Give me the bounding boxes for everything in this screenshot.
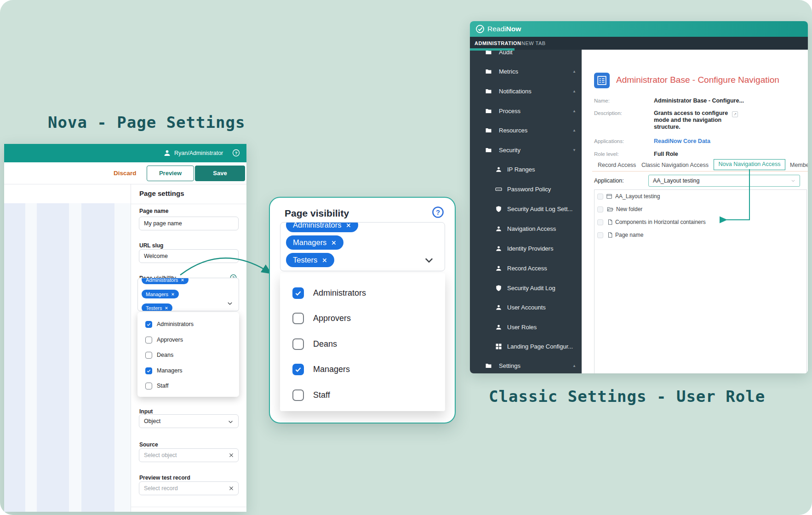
checkbox-checked-icon[interactable] [292, 287, 304, 299]
chip-managers[interactable]: Managers [142, 290, 179, 298]
expand-arrow-icon[interactable]: ▼ [572, 148, 576, 152]
clear-record-icon[interactable] [229, 486, 234, 491]
sidebar-item-resources[interactable]: Resources ▲ [470, 126, 582, 135]
chip-remove-icon[interactable] [331, 240, 337, 246]
chip-administrators[interactable]: Administrators [286, 222, 358, 232]
current-user-label: Ryan/Administrator [174, 144, 223, 162]
sidebar-item-notifications[interactable]: Notifications ▲ [470, 86, 582, 96]
option-staff[interactable]: Staff [137, 380, 239, 391]
source-input[interactable] [139, 448, 239, 462]
person-icon [495, 304, 502, 311]
nova-app-header: Ryan/Administrator ? [4, 144, 246, 162]
description-field-label: Description: [594, 110, 622, 116]
collapse-arrow-icon[interactable]: ▲ [572, 89, 576, 93]
checkbox-unchecked-icon[interactable] [292, 389, 304, 401]
option-approvers[interactable]: Approvers [137, 334, 239, 345]
sidebar-item-record-access[interactable]: Record Access [470, 263, 582, 273]
expand-description-icon[interactable]: ↗ [732, 111, 738, 117]
sidebar-item-security-audit-log-settings[interactable]: Security Audit Log Sett... [470, 204, 582, 213]
tab-classic-navigation-access[interactable]: Classic Navigation Access [641, 162, 709, 168]
chip-testers[interactable]: Testers [286, 253, 334, 267]
divider [131, 507, 246, 507]
checkbox-unchecked-icon[interactable] [145, 352, 152, 359]
checkbox-unchecked-icon[interactable] [145, 383, 152, 389]
app-window-icon [606, 193, 612, 200]
visibility-multiselect-large[interactable]: Administrators Managers Testers [280, 222, 445, 271]
folder-open-icon [607, 206, 613, 212]
tree-row-page-name[interactable]: Page name [595, 230, 806, 240]
chip-remove-icon[interactable] [322, 258, 327, 263]
sidebar-item-user-accounts[interactable]: User Accounts [470, 303, 582, 312]
input-select[interactable]: Object [139, 414, 239, 428]
option-administrators[interactable]: Administrators [137, 319, 239, 330]
folder-icon [485, 88, 492, 95]
sidebar-item-ip-ranges[interactable]: IP Ranges [470, 165, 582, 174]
chip-remove-icon[interactable] [346, 223, 351, 228]
checkbox-unchecked-icon[interactable] [292, 338, 304, 350]
sidebar-item-identity-providers[interactable]: Identity Providers [470, 244, 582, 253]
password-icon [495, 186, 502, 193]
tab-member[interactable]: Member [790, 162, 808, 168]
sidebar-item-password-policy[interactable]: Password Policy [470, 184, 582, 194]
option-deans[interactable]: Deans [137, 349, 239, 360]
shield-icon [495, 285, 502, 292]
page-name-input[interactable] [139, 217, 239, 230]
checkbox-checked-icon[interactable] [292, 364, 304, 375]
checkbox-unchecked-icon[interactable] [145, 337, 152, 343]
sidebar-item-landing-page-configuration[interactable]: Landing Page Configur... [470, 342, 582, 351]
tree-row-components[interactable]: Components in Horizontal containers [595, 217, 806, 227]
chevron-down-icon[interactable] [423, 255, 435, 266]
collapse-arrow-icon[interactable]: ▲ [572, 69, 576, 74]
applications-link[interactable]: ReadiNow Core Data [654, 138, 710, 144]
help-icon[interactable]: ? [232, 149, 240, 157]
option-managers[interactable]: Managers [137, 365, 239, 376]
sidebar-item-metrics[interactable]: Metrics ▲ [470, 67, 582, 76]
checkbox-unchecked-icon[interactable] [292, 313, 304, 324]
option-administrators[interactable]: Administrators [280, 286, 445, 300]
option-deans[interactable]: Deans [280, 337, 445, 351]
sidebar-item-settings[interactable]: Settings ▲ [470, 361, 582, 370]
name-field-value: Administrator Base - Configure... [654, 97, 744, 104]
option-approvers[interactable]: Approvers [280, 311, 445, 325]
tree-checkbox[interactable] [597, 194, 603, 200]
sidebar-item-security-audit-log[interactable]: Security Audit Log [470, 283, 582, 292]
person-icon [495, 166, 502, 173]
chip-remove-icon[interactable] [171, 292, 175, 296]
preview-test-record-label: Preview test record [139, 475, 190, 481]
tab-record-access[interactable]: Record Access [598, 162, 636, 168]
tab-administration[interactable]: ADMINISTRATION [475, 37, 521, 50]
tree-row-application[interactable]: AA_Layout testing [595, 192, 806, 201]
tree-checkbox[interactable] [597, 206, 603, 212]
clear-source-icon[interactable] [229, 452, 234, 458]
collapse-arrow-icon[interactable]: ▲ [572, 364, 576, 368]
sidebar-item-user-roles[interactable]: User Roles [470, 322, 582, 332]
tabs-underline [592, 171, 808, 172]
chip-testers[interactable]: Testers [142, 303, 172, 311]
sidebar-item-process[interactable]: Process ▲ [470, 106, 582, 115]
chip-remove-icon[interactable] [165, 306, 168, 310]
checkbox-checked-icon[interactable] [145, 367, 152, 374]
sidebar-item-audit[interactable]: Audit [470, 50, 582, 57]
popup-help-icon[interactable]: ? [432, 206, 444, 218]
preview-button[interactable]: Preview [147, 166, 194, 181]
save-button[interactable]: Save [195, 166, 245, 181]
option-staff[interactable]: Staff [280, 388, 445, 402]
callout-connector-arrow [720, 167, 756, 224]
tab-new-tab[interactable]: NEW TAB [521, 37, 546, 50]
tree-row-new-folder[interactable]: New folder [595, 205, 806, 214]
collapse-arrow-icon[interactable]: ▲ [572, 128, 576, 132]
zoom-callout-arrow [175, 241, 283, 287]
tree-checkbox[interactable] [597, 232, 603, 238]
preview-record-input[interactable] [139, 481, 239, 495]
tree-checkbox[interactable] [597, 219, 603, 225]
option-managers[interactable]: Managers [280, 362, 445, 376]
chip-managers[interactable]: Managers [286, 235, 343, 250]
application-label: Application: [594, 177, 624, 184]
sidebar-item-navigation-access[interactable]: Navigation Access [470, 224, 582, 233]
nova-section-title: Nova - Page Settings [48, 113, 245, 132]
collapse-arrow-icon[interactable]: ▲ [572, 109, 576, 113]
sidebar-item-security[interactable]: Security ▼ [470, 145, 582, 154]
discard-button[interactable]: Discard [114, 162, 137, 184]
chevron-down-icon[interactable] [227, 300, 233, 307]
checkbox-checked-icon[interactable] [145, 321, 152, 328]
